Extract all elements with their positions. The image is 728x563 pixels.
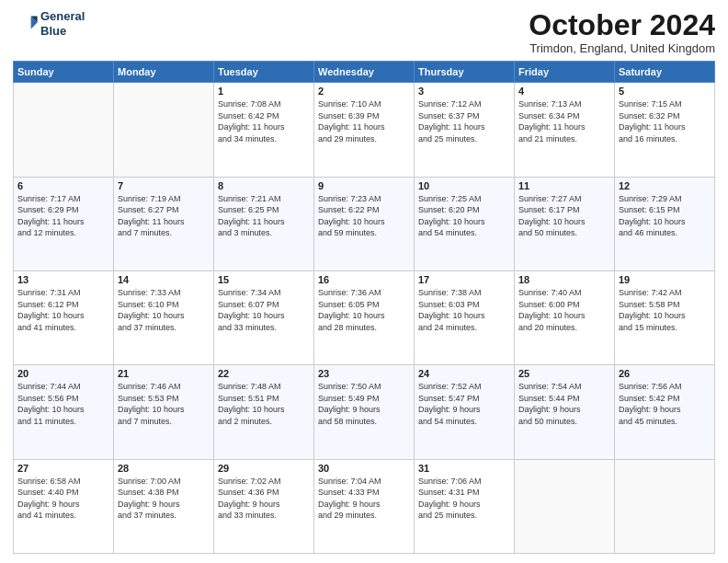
calendar-cell-5-2: 28Sunrise: 7:00 AM Sunset: 4:38 PM Dayli… [114,459,214,553]
logo-text: General Blue [40,9,85,38]
calendar-cell-1-7: 5Sunrise: 7:15 AM Sunset: 6:32 PM Daylig… [615,83,715,177]
calendar-week-5: 27Sunrise: 6:58 AM Sunset: 4:40 PM Dayli… [14,459,715,553]
calendar-week-1: 1Sunrise: 7:08 AM Sunset: 6:42 PM Daylig… [14,83,715,177]
calendar-week-3: 13Sunrise: 7:31 AM Sunset: 6:12 PM Dayli… [14,270,715,364]
logo-icon [13,11,39,37]
day-number: 21 [118,368,210,379]
calendar-cell-1-2 [114,83,214,177]
calendar-cell-4-6: 25Sunrise: 7:54 AM Sunset: 5:44 PM Dayli… [515,365,615,459]
day-number: 2 [318,86,410,97]
day-info: Sunrise: 7:31 AM Sunset: 6:12 PM Dayligh… [17,287,109,333]
day-info: Sunrise: 7:36 AM Sunset: 6:05 PM Dayligh… [318,287,410,333]
calendar-cell-2-2: 7Sunrise: 7:19 AM Sunset: 6:27 PM Daylig… [114,177,214,270]
col-header-sunday: Sunday [14,62,114,83]
calendar-cell-4-5: 24Sunrise: 7:52 AM Sunset: 5:47 PM Dayli… [415,365,515,459]
day-number: 30 [318,463,410,474]
day-number: 13 [17,274,109,285]
day-number: 16 [318,274,410,285]
day-info: Sunrise: 7:06 AM Sunset: 4:31 PM Dayligh… [418,476,510,522]
calendar-week-2: 6Sunrise: 7:17 AM Sunset: 6:29 PM Daylig… [14,177,715,270]
day-number: 11 [518,180,610,191]
day-info: Sunrise: 7:29 AM Sunset: 6:15 PM Dayligh… [619,193,711,239]
calendar-week-4: 20Sunrise: 7:44 AM Sunset: 5:56 PM Dayli… [14,365,715,459]
col-header-wednesday: Wednesday [314,62,415,83]
day-info: Sunrise: 7:27 AM Sunset: 6:17 PM Dayligh… [518,193,610,239]
calendar-cell-5-6 [515,459,615,553]
calendar-cell-1-6: 4Sunrise: 7:13 AM Sunset: 6:34 PM Daylig… [515,83,615,177]
calendar-cell-2-1: 6Sunrise: 7:17 AM Sunset: 6:29 PM Daylig… [14,177,114,270]
calendar-cell-4-3: 22Sunrise: 7:48 AM Sunset: 5:51 PM Dayli… [214,365,314,459]
day-number: 26 [619,368,711,379]
day-number: 24 [418,368,510,379]
day-number: 23 [318,368,410,379]
calendar-cell-1-5: 3Sunrise: 7:12 AM Sunset: 6:37 PM Daylig… [415,83,515,177]
calendar-table: SundayMondayTuesdayWednesdayThursdayFrid… [13,61,715,554]
day-number: 25 [518,368,610,379]
day-info: Sunrise: 7:52 AM Sunset: 5:47 PM Dayligh… [418,381,510,427]
calendar-cell-2-7: 12Sunrise: 7:29 AM Sunset: 6:15 PM Dayli… [615,177,715,270]
day-info: Sunrise: 7:10 AM Sunset: 6:39 PM Dayligh… [318,98,410,144]
day-info: Sunrise: 7:21 AM Sunset: 6:25 PM Dayligh… [218,193,310,239]
day-info: Sunrise: 7:17 AM Sunset: 6:29 PM Dayligh… [17,193,109,239]
day-info: Sunrise: 7:15 AM Sunset: 6:32 PM Dayligh… [619,98,711,144]
month-title: October 2024 [529,9,715,41]
day-number: 3 [418,86,510,97]
day-info: Sunrise: 7:38 AM Sunset: 6:03 PM Dayligh… [418,287,510,333]
day-number: 15 [218,274,310,285]
calendar-cell-3-1: 13Sunrise: 7:31 AM Sunset: 6:12 PM Dayli… [14,270,114,364]
col-header-thursday: Thursday [415,62,515,83]
day-number: 17 [418,274,510,285]
calendar-cell-2-6: 11Sunrise: 7:27 AM Sunset: 6:17 PM Dayli… [515,177,615,270]
calendar-cell-4-2: 21Sunrise: 7:46 AM Sunset: 5:53 PM Dayli… [114,365,214,459]
logo-line2: Blue [40,24,85,39]
day-info: Sunrise: 7:04 AM Sunset: 4:33 PM Dayligh… [318,476,410,522]
day-number: 4 [518,86,610,97]
col-header-monday: Monday [114,62,214,83]
calendar-cell-2-5: 10Sunrise: 7:25 AM Sunset: 6:20 PM Dayli… [415,177,515,270]
day-info: Sunrise: 7:44 AM Sunset: 5:56 PM Dayligh… [17,381,109,427]
day-info: Sunrise: 7:12 AM Sunset: 6:37 PM Dayligh… [418,98,510,144]
calendar-cell-3-7: 19Sunrise: 7:42 AM Sunset: 5:58 PM Dayli… [615,270,715,364]
day-info: Sunrise: 7:25 AM Sunset: 6:20 PM Dayligh… [418,193,510,239]
day-number: 12 [619,180,711,191]
day-number: 20 [17,368,109,379]
page: General Blue October 2024 Trimdon, Engla… [0,0,728,563]
day-number: 9 [318,180,410,191]
calendar-cell-5-1: 27Sunrise: 6:58 AM Sunset: 4:40 PM Dayli… [14,459,114,553]
calendar-cell-5-4: 30Sunrise: 7:04 AM Sunset: 4:33 PM Dayli… [314,459,415,553]
day-number: 6 [17,180,109,191]
day-info: Sunrise: 7:54 AM Sunset: 5:44 PM Dayligh… [518,381,610,427]
logo: General Blue [13,9,85,38]
calendar-cell-3-6: 18Sunrise: 7:40 AM Sunset: 6:00 PM Dayli… [515,270,615,364]
calendar-cell-2-3: 8Sunrise: 7:21 AM Sunset: 6:25 PM Daylig… [214,177,314,270]
day-info: Sunrise: 7:23 AM Sunset: 6:22 PM Dayligh… [318,193,410,239]
day-number: 7 [118,180,210,191]
calendar-cell-3-2: 14Sunrise: 7:33 AM Sunset: 6:10 PM Dayli… [114,270,214,364]
day-info: Sunrise: 7:00 AM Sunset: 4:38 PM Dayligh… [118,476,210,522]
calendar-cell-3-5: 17Sunrise: 7:38 AM Sunset: 6:03 PM Dayli… [415,270,515,364]
day-number: 8 [218,180,310,191]
col-header-friday: Friday [515,62,615,83]
day-info: Sunrise: 7:50 AM Sunset: 5:49 PM Dayligh… [318,381,410,427]
day-number: 18 [518,274,610,285]
day-number: 10 [418,180,510,191]
day-number: 19 [619,274,711,285]
day-info: Sunrise: 7:33 AM Sunset: 6:10 PM Dayligh… [118,287,210,333]
logo-line1: General [40,9,85,24]
day-number: 29 [218,463,310,474]
day-info: Sunrise: 7:48 AM Sunset: 5:51 PM Dayligh… [218,381,310,427]
day-number: 14 [118,274,210,285]
day-info: Sunrise: 7:46 AM Sunset: 5:53 PM Dayligh… [118,381,210,427]
day-number: 22 [218,368,310,379]
day-number: 5 [619,86,711,97]
calendar-cell-1-4: 2Sunrise: 7:10 AM Sunset: 6:39 PM Daylig… [314,83,415,177]
day-number: 27 [17,463,109,474]
day-info: Sunrise: 7:13 AM Sunset: 6:34 PM Dayligh… [518,98,610,144]
col-header-saturday: Saturday [615,62,715,83]
day-info: Sunrise: 7:56 AM Sunset: 5:42 PM Dayligh… [619,381,711,427]
day-info: Sunrise: 7:40 AM Sunset: 6:00 PM Dayligh… [518,287,610,333]
calendar-cell-3-4: 16Sunrise: 7:36 AM Sunset: 6:05 PM Dayli… [314,270,415,364]
day-number: 31 [418,463,510,474]
calendar-cell-5-5: 31Sunrise: 7:06 AM Sunset: 4:31 PM Dayli… [415,459,515,553]
calendar-cell-2-4: 9Sunrise: 7:23 AM Sunset: 6:22 PM Daylig… [314,177,415,270]
